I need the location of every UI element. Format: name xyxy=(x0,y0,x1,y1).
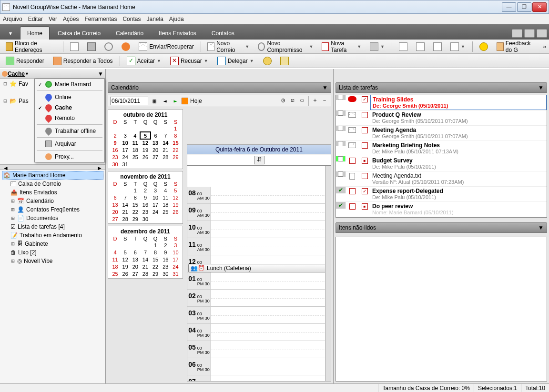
address-book-button[interactable]: Bloco de Endereços xyxy=(3,39,59,54)
task-row[interactable]: Marketing Briefing NotesDe: Mike Palu (0… xyxy=(336,141,547,156)
folder-calendar[interactable]: ⊞📅 Calendário xyxy=(2,197,103,205)
view2-button[interactable] xyxy=(413,41,427,52)
folder-contacts[interactable]: ⊞👤 Contatos Freqüentes xyxy=(2,205,103,214)
task-row[interactable]: Product Q ReviewDe: George Smith (05/10/… xyxy=(336,111,547,126)
folder-mailbox[interactable]: Caixa de Correio xyxy=(2,180,103,188)
reply-button[interactable]: Responder xyxy=(3,56,47,66)
folder-docs[interactable]: ⊞📄 Documentos xyxy=(2,214,103,222)
new-other-button[interactable]: ▼ xyxy=(367,41,388,52)
delegate-button[interactable]: Delegar▼ xyxy=(214,56,257,66)
close-button[interactable]: ✕ xyxy=(532,2,547,12)
cal-view1-button[interactable]: ◷ xyxy=(279,96,287,104)
menu-ver[interactable]: Ver xyxy=(49,16,57,22)
mini-calendars[interactable]: outubro de 2011DSTQQSS123456789101112131… xyxy=(108,109,183,281)
folder-root[interactable]: 🏠 Marie Barnard Home xyxy=(2,171,103,180)
menu-online[interactable]: Online xyxy=(35,92,104,102)
panel-toggle-3-icon[interactable] xyxy=(537,29,547,38)
unread-panel-header[interactable]: Itens não-lidos▼ xyxy=(336,222,547,233)
accept-button[interactable]: ✓Aceitar▼ xyxy=(124,56,164,66)
scrollbar[interactable] xyxy=(325,166,331,381)
minimize-button[interactable]: — xyxy=(502,2,516,12)
cache-popup-menu[interactable]: ✓Marie Barnard Online ✓Cache Remoto Trab… xyxy=(34,79,105,162)
calendar-panel-header[interactable]: Calendário▼ xyxy=(108,82,331,93)
menu-cache[interactable]: ✓Cache xyxy=(35,102,104,113)
maximize-button[interactable]: ❐ xyxy=(517,2,531,12)
task-row[interactable]: ✔ Expense report-DelegatedDe: Mike Palu … xyxy=(336,187,547,202)
today-button[interactable]: Hoje xyxy=(190,98,202,104)
view3-button[interactable] xyxy=(430,41,445,52)
task-row[interactable]: Budget SurveyDe: Mike Palu (05/10/2011) xyxy=(336,156,547,171)
view1-button[interactable] xyxy=(396,41,410,52)
prev-day-button[interactable]: ◄ xyxy=(161,97,169,105)
menu-work-offline[interactable]: Trabalhar offline xyxy=(35,126,104,136)
view4-button[interactable]: ▼ xyxy=(447,41,468,52)
right-pane: Lista de tarefas▼ Training SlidesDe: Geo… xyxy=(334,69,549,383)
task-row[interactable]: Meeting Agenda.txtVersão Nº: Atual (05/1… xyxy=(336,171,547,187)
menu-proxy[interactable]: Proxy... xyxy=(35,151,104,162)
print-button[interactable] xyxy=(84,41,99,52)
cache-dropdown[interactable]: Cache▼ ▼ xyxy=(0,69,105,79)
day-view: Quinta-feira 6 de Outubro de 2011 ⇵ 0800… xyxy=(187,144,331,382)
window-title: Novell GroupWise Cache - Marie Barnard H… xyxy=(13,4,502,10)
panel-toggle-2-icon[interactable] xyxy=(524,29,535,38)
tab-sent[interactable]: Itens Enviados xyxy=(152,26,203,40)
menu-ferramentas[interactable]: Ferramentas xyxy=(84,16,117,22)
appointment-block[interactable]: 👥⏰Lunch (Cafeteria) xyxy=(188,264,330,272)
refuse-button[interactable]: ✕Recusar▼ xyxy=(167,56,212,66)
menu-acoes[interactable]: Ações xyxy=(63,16,79,22)
notes-button[interactable] xyxy=(277,56,292,66)
hour-grid[interactable]: 0800AM 300900AM 301000AM 301100AM 301200… xyxy=(187,187,331,382)
folder-cabinet[interactable]: ⊞🗄 Gabinete xyxy=(2,240,103,248)
allday-icon[interactable]: ⇵ xyxy=(254,156,264,164)
reply-all-button[interactable]: Responder a Todos xyxy=(50,56,116,66)
cal-add-button[interactable]: ＋ xyxy=(311,96,319,104)
contacts-button[interactable] xyxy=(119,41,133,52)
menu-contas[interactable]: Contas xyxy=(122,16,141,22)
status-bar: Tamanho da Caixa de Correio: 0% Selecion… xyxy=(0,383,549,392)
task-row[interactable]: Training SlidesDe: George Smith (05/10/2… xyxy=(336,95,547,111)
folder-tasklist[interactable]: ☑ Lista de tarefas [4] xyxy=(2,222,103,231)
folder-trash[interactable]: 🗑 Lixo [2] xyxy=(2,248,103,257)
search-button[interactable] xyxy=(102,41,116,52)
nav-arrow[interactable]: ▾ xyxy=(2,26,19,40)
toolbar-actions: Responder Responder a Todos ✓Aceitar▼ ✕R… xyxy=(0,54,549,68)
smiley-button[interactable] xyxy=(477,41,491,52)
folder-wip[interactable]: 📝 Trabalho em Andamento xyxy=(2,231,103,240)
task-row[interactable]: ✔ Do peer reviewNome: Marie Barnard (05/… xyxy=(336,202,547,217)
new-button[interactable] xyxy=(67,41,81,52)
cal-view3-button[interactable]: ▭ xyxy=(298,96,306,104)
tab-contacts[interactable]: Contatos xyxy=(204,26,242,40)
status-total: Total:10 xyxy=(521,384,549,392)
new-task-button[interactable]: Nova Tarefa▼ xyxy=(319,39,364,54)
datepicker-icon[interactable]: ▦ xyxy=(150,97,159,105)
feedback-button[interactable]: Feedback do G xyxy=(494,39,540,54)
alarm-button[interactable] xyxy=(260,56,274,66)
new-appointment-button[interactable]: Novo Compromisso▼ xyxy=(255,39,316,54)
sendrecv-button[interactable]: Enviar/Recuperar xyxy=(136,41,196,52)
new-mail-button[interactable]: Novo Correio▼ xyxy=(204,39,252,54)
menu-remote[interactable]: Remoto xyxy=(35,113,104,123)
nav-tabs: ▾ Home Caixa de Correio Calendário Itens… xyxy=(0,24,549,40)
next-day-button[interactable]: ► xyxy=(171,97,180,105)
menu-janela[interactable]: Janela xyxy=(146,16,163,22)
tab-home[interactable]: Home xyxy=(20,26,50,40)
tasklist-panel-header[interactable]: Lista de tarefas▼ xyxy=(336,82,547,93)
titlebar: Novell GroupWise Cache - Marie Barnard H… xyxy=(0,0,549,14)
today-icon[interactable] xyxy=(182,98,188,104)
tab-calendar[interactable]: Calendário xyxy=(109,26,151,40)
menu-arquivo[interactable]: Arquivo xyxy=(3,16,22,22)
menu-editar[interactable]: Editar xyxy=(28,16,43,22)
menu-ajuda[interactable]: Ajuda xyxy=(169,16,184,22)
panel-toggle-1-icon[interactable] xyxy=(512,29,522,38)
folder-sent[interactable]: 📤 Itens Enviados xyxy=(2,188,103,197)
tab-mailbox[interactable]: Caixa de Correio xyxy=(51,26,108,40)
cal-view2-button[interactable]: ☑ xyxy=(288,96,297,104)
task-list[interactable]: Training SlidesDe: George Smith (05/10/2… xyxy=(336,95,547,218)
menu-archive[interactable]: Arquivar xyxy=(35,139,104,149)
folder-tree[interactable]: 🏠 Marie Barnard Home Caixa de Correio 📤 … xyxy=(0,170,105,266)
calendar-date-input[interactable] xyxy=(110,97,148,105)
task-row[interactable]: Meeting AgendaDe: George Smith (05/10/20… xyxy=(336,126,547,141)
menu-user[interactable]: ✓Marie Barnard xyxy=(35,79,104,90)
folder-vibe[interactable]: ⊞◎ Novell Vibe xyxy=(2,257,103,265)
cal-remove-button[interactable]: － xyxy=(320,96,329,104)
